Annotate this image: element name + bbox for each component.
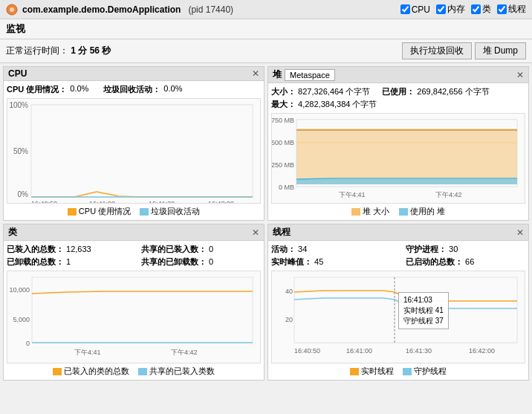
cpu-legend-gc: 垃圾回收活动 xyxy=(140,206,200,217)
cpu-legend-gc-box xyxy=(140,208,149,216)
classes-stats: 已装入的总数： 12,633 共享的已装入数： 0 已卸载的总数： 1 共享的已… xyxy=(7,244,261,268)
classes-panel: 类 ✕ 已装入的总数： 12,633 共享的已装入数： 0 已卸载的总数： 1 … xyxy=(3,224,265,381)
classes-chart: 10,000 5,000 0 下午4:41 下午4:42 xyxy=(7,271,261,363)
svg-text:下午4:41: 下午4:41 xyxy=(339,191,366,198)
app-icon xyxy=(6,4,18,16)
heap-stats-row2: 最大： 4,282,384,384 个字节 xyxy=(271,99,525,110)
cpu-panel: CPU ✕ CPU 使用情况： 0.0% 垃圾回收活动： 0.0% 100% 5… xyxy=(3,66,265,221)
classes-svg: 10,000 5,000 0 下午4:41 下午4:42 xyxy=(7,271,257,360)
svg-text:16:41:30: 16:41:30 xyxy=(406,347,432,355)
cpu-stats: CPU 使用情况： 0.0% 垃圾回收活动： 0.0% xyxy=(7,84,261,95)
cpu-panel-body: CPU 使用情况： 0.0% 垃圾回收活动： 0.0% 100% 50% 0% xyxy=(4,81,264,220)
heap-panel-title: 堆 xyxy=(273,68,282,81)
uptime-label: 正常运行时间： xyxy=(6,45,68,56)
svg-text:250 MB: 250 MB xyxy=(272,161,294,169)
svg-text:0: 0 xyxy=(26,340,30,347)
svg-text:16:41:30: 16:41:30 xyxy=(149,200,175,203)
svg-text:750 MB: 750 MB xyxy=(272,117,294,124)
heap-panel-header: 堆 Metaspace ✕ xyxy=(268,67,528,83)
svg-rect-8 xyxy=(31,105,253,197)
svg-text:下午4:41: 下午4:41 xyxy=(74,349,101,356)
classes-stat-0: 已装入的总数： 12,633 xyxy=(7,244,126,255)
threads-panel-close[interactable]: ✕ xyxy=(516,227,524,238)
svg-text:100%: 100% xyxy=(9,101,28,109)
cpu-legend-usage-box xyxy=(68,208,77,216)
svg-text:0%: 0% xyxy=(18,190,29,198)
checkbox-memory[interactable]: 内存 xyxy=(436,3,465,16)
heap-dump-button[interactable]: 堆 Dump xyxy=(475,42,526,59)
threads-stats: 活动： 34 守护进程： 30 实时峰值： 45 已启动的总数： 66 xyxy=(271,244,525,268)
checkbox-cpu[interactable]: CPU xyxy=(400,4,430,15)
monitor-label: 监视 xyxy=(0,19,532,39)
toolbar-buttons: 执行垃圾回收 堆 Dump xyxy=(402,42,526,59)
classes-stat-1: 共享的已装入数： 0 xyxy=(141,244,261,255)
heap-panel: 堆 Metaspace ✕ 大小： 827,326,464 个字节 已使用： 2… xyxy=(267,66,529,221)
svg-text:16:41:00: 16:41:00 xyxy=(346,347,372,355)
svg-text:5,000: 5,000 xyxy=(13,316,30,323)
checkbox-classes[interactable]: 类 xyxy=(471,3,491,16)
threads-legend-daemon: 守护线程 xyxy=(403,366,447,377)
classes-legend-shared: 共享的已装入类数 xyxy=(138,366,215,377)
checkbox-threads[interactable]: 线程 xyxy=(497,3,526,16)
heap-legend-size: 堆 大小 xyxy=(351,206,389,217)
svg-rect-33 xyxy=(32,277,253,343)
heap-svg: 750 MB 500 MB 250 MB 0 MB xyxy=(272,114,522,203)
uptime-value: 1 分 56 秒 xyxy=(71,45,111,56)
cpu-panel-header: CPU ✕ xyxy=(4,67,264,81)
metaspace-tab[interactable]: Metaspace xyxy=(285,69,335,81)
svg-rect-41 xyxy=(294,277,517,343)
svg-text:500 MB: 500 MB xyxy=(272,139,294,146)
title-bar: com.example.demo.DemoApplication (pid 17… xyxy=(0,0,532,19)
threads-legend-live-box xyxy=(350,368,359,375)
svg-text:16:42:00: 16:42:00 xyxy=(208,200,234,203)
svg-text:下午4:42: 下午4:42 xyxy=(171,349,198,356)
heap-size-label: 大小： 827,326,464 个字节 xyxy=(271,86,370,97)
gc-button[interactable]: 执行垃圾回收 xyxy=(402,42,472,59)
classes-panel-header: 类 ✕ xyxy=(4,224,264,241)
svg-text:16:40:50: 16:40:50 xyxy=(31,200,57,203)
threads-stat-3: 已启动的总数： 66 xyxy=(406,256,525,268)
heap-panel-close[interactable]: ✕ xyxy=(516,70,524,80)
heap-chart: 750 MB 500 MB 250 MB 0 MB xyxy=(271,113,525,204)
app-title: com.example.demo.DemoApplication (pid 17… xyxy=(22,4,233,15)
cpu-panel-title: CPU xyxy=(8,68,27,79)
main-toolbar: 正常运行时间： 1 分 56 秒 执行垃圾回收 堆 Dump xyxy=(0,39,532,63)
classes-panel-title: 类 xyxy=(8,226,17,239)
cpu-panel-close[interactable]: ✕ xyxy=(252,68,259,79)
classes-legend-loaded: 已装入的类的总数 xyxy=(53,366,129,377)
cpu-legend-usage: CPU 使用情况 xyxy=(68,206,131,217)
threads-legend-daemon-box xyxy=(403,368,412,375)
threads-stat-2: 实时峰值： 45 xyxy=(271,256,391,268)
svg-text:40: 40 xyxy=(285,288,293,295)
heap-legend: 堆 大小 使用的 堆 xyxy=(271,206,525,217)
svg-text:0 MB: 0 MB xyxy=(279,184,294,191)
heap-panel-body: 大小： 827,326,464 个字节 已使用： 269,842,656 个字节… xyxy=(268,83,528,220)
svg-text:20: 20 xyxy=(285,316,293,323)
uptime-display: 正常运行时间： 1 分 56 秒 xyxy=(6,45,111,57)
classes-legend-loaded-box xyxy=(53,368,62,375)
svg-marker-24 xyxy=(296,179,517,184)
heap-header-tabs: 堆 Metaspace xyxy=(273,68,335,81)
threads-stat-0: 活动： 34 xyxy=(271,244,391,255)
threads-panel: 线程 ✕ 活动： 34 守护进程： 30 实时峰值： 45 已启动的总数： xyxy=(267,224,529,381)
gc-activity-stat: 垃圾回收活动： 0.0% xyxy=(103,84,182,95)
svg-text:10,000: 10,000 xyxy=(9,286,30,294)
threads-panel-title: 线程 xyxy=(273,226,291,239)
cpu-legend: CPU 使用情况 垃圾回收活动 xyxy=(7,206,261,217)
heap-used-label: 已使用： 269,842,656 个字节 xyxy=(382,86,489,97)
classes-stat-2: 已卸载的总数： 1 xyxy=(7,256,126,268)
cpu-usage-stat: CPU 使用情况： 0.0% xyxy=(7,84,88,95)
classes-panel-close[interactable]: ✕ xyxy=(252,227,259,238)
threads-panel-header: 线程 ✕ xyxy=(268,224,528,241)
threads-panel-body: 活动： 34 守护进程： 30 实时峰值： 45 已启动的总数： 66 xyxy=(268,241,528,380)
checkboxes-container: CPU 内存 类 线程 xyxy=(400,3,526,16)
classes-panel-body: 已装入的总数： 12,633 共享的已装入数： 0 已卸载的总数： 1 共享的已… xyxy=(4,241,264,380)
classes-legend: 已装入的类的总数 共享的已装入类数 xyxy=(7,366,261,377)
svg-text:下午4:42: 下午4:42 xyxy=(435,191,462,198)
svg-text:16:42:00: 16:42:00 xyxy=(469,347,495,355)
heap-stats-row1: 大小： 827,326,464 个字节 已使用： 269,842,656 个字节 xyxy=(271,86,525,97)
panels-container: CPU ✕ CPU 使用情况： 0.0% 垃圾回收活动： 0.0% 100% 5… xyxy=(0,63,532,384)
heap-legend-used-box xyxy=(399,208,408,216)
svg-text:50%: 50% xyxy=(13,147,28,155)
cpu-chart: 100% 50% 0% 16:40:50 16:41:00 xyxy=(7,98,261,204)
